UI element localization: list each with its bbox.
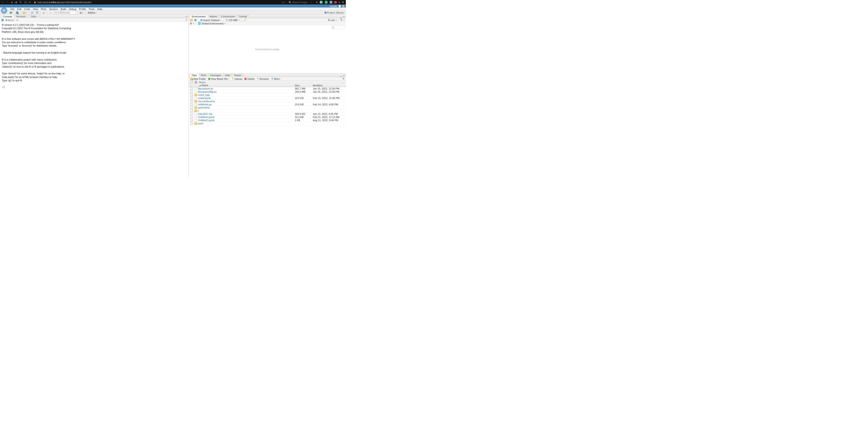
tab-tutorial[interactable]: Tutorial (237, 14, 249, 18)
memory-usage-button[interactable]: ◔125 MiB (225, 19, 239, 22)
file-row[interactable]: notebook.py15.6 KBFeb 14, 2022, 4:08 PM (189, 103, 346, 106)
user-icon[interactable] (342, 5, 344, 7)
expand-icon[interactable]: ↗ (339, 5, 341, 7)
new-project-button[interactable]: + (16, 11, 19, 14)
file-checkbox[interactable] (190, 87, 193, 90)
minimize-icon[interactable]: ▭ (185, 15, 188, 18)
file-name-link[interactable]: Untitled1.ipynb (198, 116, 295, 119)
back-icon[interactable] (1, 1, 4, 4)
breadcrumb-home[interactable]: Home (199, 81, 206, 84)
select-all-checkbox[interactable] (190, 81, 193, 83)
reload-icon[interactable] (19, 1, 22, 4)
file-row[interactable]: libcusolverMg.so186.6 MBJan 25, 2022, 12… (189, 90, 346, 93)
file-name-link[interactable]: train2017.zip (198, 113, 295, 115)
new-file-button[interactable]: ▾ (9, 11, 14, 14)
ext-icon-5[interactable]: ⛨ (342, 1, 344, 4)
file-checkbox[interactable] (190, 122, 193, 124)
tab-history[interactable]: History (208, 14, 219, 18)
file-checkbox[interactable] (190, 100, 193, 102)
menu-help[interactable]: Help (96, 8, 104, 10)
col-size-header[interactable]: Size (295, 84, 313, 87)
scope-selector[interactable]: 🌐Global Environment (198, 22, 225, 25)
file-name-link[interactable]: my-conda-envs (198, 100, 295, 103)
close-icon[interactable]: × (37, 16, 38, 18)
save-button[interactable] (30, 11, 34, 14)
maximize-icon[interactable]: ▭ (343, 15, 345, 18)
r-logo[interactable]: R (1, 7, 7, 14)
tab-files[interactable]: Files (190, 73, 199, 77)
ext-icon-3[interactable] (334, 1, 337, 3)
project-selector[interactable]: Project: (None)▾ (324, 11, 346, 14)
menu-session[interactable]: Session (48, 8, 59, 10)
url-bar[interactable]: 🔒 hub.cloud.e-infra.cz/user/viktorias/rs… (33, 1, 92, 4)
menu-build[interactable]: Build (59, 8, 67, 10)
tab-help[interactable]: Help (223, 73, 232, 77)
menu-plots[interactable]: Plots (39, 8, 48, 10)
menu-view[interactable]: View (31, 8, 39, 10)
file-checkbox[interactable] (190, 113, 193, 115)
import-dataset-button[interactable]: ▦Import Dataset (200, 19, 221, 22)
file-row[interactable]: Untitled2.ipynb1 KBAug 11, 2022, 5:40 PM (189, 119, 346, 122)
file-name-link[interactable]: Untitled2.ipynb (198, 119, 295, 122)
tab-environment[interactable]: Environment (190, 14, 208, 18)
file-row[interactable]: mnist.ipynb10.5 KBFeb 15, 2022, 12:06 PM (189, 96, 346, 100)
search-input[interactable] (292, 1, 310, 4)
file-row[interactable]: train2017.zip189.9 KBJan 13, 2022, 4:55 … (189, 112, 346, 116)
file-name-link[interactable]: libcusolverMg.so (198, 90, 295, 93)
tab-connections[interactable]: Connections (219, 14, 237, 18)
tab-terminal[interactable]: Terminal× (14, 14, 29, 18)
print-button[interactable]: 🖨 (42, 11, 46, 14)
download-icon[interactable]: ⬇ (316, 1, 318, 4)
file-checkbox[interactable] (190, 94, 193, 96)
more-path-icon[interactable]: … (342, 81, 344, 84)
delete-button[interactable]: Delete (244, 77, 254, 80)
shield-icon[interactable]: ⛨ (29, 1, 31, 4)
r-session-icon[interactable]: 🅡 (1, 19, 4, 22)
save-workspace-button[interactable] (194, 19, 196, 21)
file-row[interactable]: libcusolver.so382.7 MBJan 25, 2022, 12:5… (189, 87, 346, 90)
console-output[interactable]: R version 4.2.1 (2022-06-23) -- "Funny-L… (0, 22, 188, 178)
language-selector[interactable]: R (190, 22, 194, 25)
menu-profile[interactable]: Profile (78, 8, 87, 10)
rename-button[interactable]: ✎Rename (257, 77, 269, 80)
file-name-link[interactable]: openrefine (198, 106, 295, 109)
bookmark-dropdown-icon[interactable]: ▾ (285, 1, 285, 3)
avatar[interactable] (320, 1, 323, 4)
bookmark-icon[interactable]: ▯ (282, 1, 284, 4)
menu-code[interactable]: Code (23, 8, 31, 10)
file-name-link[interactable]: libcusolver.so (198, 87, 295, 90)
load-workspace-button[interactable] (190, 19, 193, 21)
search-dropdown-icon[interactable]: ▾ (311, 1, 312, 3)
tab-plots[interactable]: Plots (199, 73, 208, 77)
col-modified-header[interactable]: Modified (313, 84, 344, 87)
file-checkbox[interactable] (190, 116, 193, 118)
minimize-icon[interactable]: ▁ (340, 74, 342, 77)
stop-icon[interactable]: ▮ (11, 1, 12, 3)
file-checkbox[interactable] (190, 119, 193, 121)
file-checkbox[interactable] (190, 103, 193, 105)
step-icon[interactable]: ▸▮ (15, 1, 17, 3)
refresh-env-button[interactable]: ↻ (340, 19, 344, 22)
file-name-link[interactable]: t (198, 109, 295, 112)
console-prompt[interactable]: > (2, 86, 4, 89)
open-file-button[interactable]: ▾ (22, 12, 27, 14)
forward-icon[interactable] (6, 1, 9, 4)
minimize-icon[interactable]: ▁ (340, 15, 342, 18)
save-all-button[interactable] (35, 11, 39, 14)
clear-env-button[interactable]: 🧹 (243, 19, 247, 22)
menu-debug[interactable]: Debug (68, 8, 78, 10)
menu-file[interactable]: File (9, 8, 16, 10)
maximize-icon[interactable]: ▭ (343, 74, 345, 77)
close-icon[interactable]: × (26, 16, 27, 18)
file-name-link[interactable]: notebook.py (198, 103, 295, 106)
file-row[interactable]: t (189, 109, 346, 112)
more-button[interactable]: ⚙More▾ (271, 77, 281, 80)
file-checkbox[interactable] (190, 90, 193, 93)
home-icon[interactable]: 🏠 (194, 81, 197, 84)
refresh-files-button[interactable]: ↻ (342, 77, 344, 80)
ext-icon-1[interactable] (324, 1, 328, 4)
tab-console[interactable]: Console (1, 14, 14, 18)
col-name-header[interactable]: ▴ Name (194, 84, 295, 87)
new-blank-file-button[interactable]: New Blank File▾ (208, 77, 229, 80)
menu-edit[interactable]: Edit (16, 8, 23, 10)
